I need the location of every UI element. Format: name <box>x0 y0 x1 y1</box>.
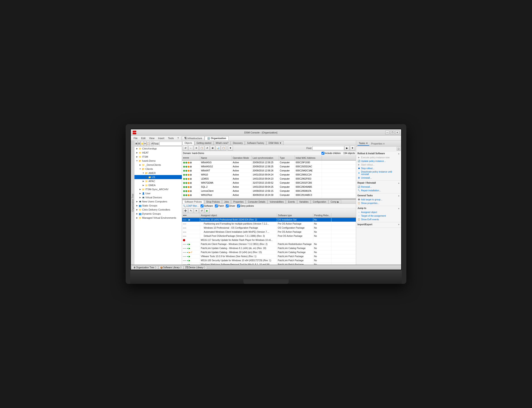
org-refresh-btn[interactable]: ↺ <box>151 141 153 146</box>
toggle-citrix-delivery[interactable]: ▶ <box>135 208 139 211</box>
sw-tab-variables[interactable]: Variables <box>297 200 311 204</box>
close-button[interactable]: ✕ <box>395 131 399 134</box>
table-row[interactable]: LEMSS Active 14/01/2016 09:04:23 Compute… <box>182 177 356 181</box>
action-repair[interactable]: 🔧 Repair installation... <box>358 189 400 192</box>
org-toolbar-btn2[interactable]: ☰ <box>138 141 140 146</box>
sw-tab-events[interactable]: Events <box>286 200 297 204</box>
toggle-dynamic-groups[interactable]: ▶ <box>135 212 139 215</box>
obj-find-input[interactable] <box>312 146 344 150</box>
action-target[interactable]: → Target of the assignment <box>358 214 400 218</box>
sw-lib-panel-expand[interactable]: ⬡ <box>180 266 182 268</box>
rollout-collapse[interactable]: ▲ <box>398 153 400 155</box>
sw-tab-shop[interactable]: Shop Policies <box>204 200 222 204</box>
table-row[interactable]: W8x64GG2 Active 20/09/2016 12:58:25 Comp… <box>182 165 356 169</box>
sw-tab-properties[interactable]: Properties <box>231 200 246 204</box>
action-reinstall[interactable]: 🔄 Reinstall... <box>358 185 400 189</box>
tree-item-democlients[interactable]: ▶ 📁 _DemoClients <box>134 163 182 167</box>
menu-tools[interactable]: Tools <box>166 136 176 140</box>
col-name[interactable]: Name <box>200 156 232 160</box>
toggle-heat[interactable]: ▶ <box>135 151 139 154</box>
tree-item-us[interactable]: ▶ 📁 US <box>134 175 182 179</box>
sw-tab-vulnerabilities[interactable]: Vulnerabilities <box>268 200 286 204</box>
sw-btn-add[interactable]: ➕ <box>183 208 188 213</box>
col-opmode[interactable]: Operation Mode <box>232 156 252 160</box>
tree-item-virtual[interactable]: ▶ 💻 Virtual Devices <box>134 196 182 199</box>
sw-table-row[interactable]: ●●●●▶↺ PatchLink Update Catalog - Window… <box>182 250 356 255</box>
obj-btn-filter[interactable]: ▼ <box>228 146 233 151</box>
sw-table-row[interactable]: ●●●●▶ PatchLink Client Package - Windows… <box>182 242 356 246</box>
sw-col-reboot[interactable]: Pending Rebo... <box>313 213 331 217</box>
sw-table-row[interactable]: ●●●●▶ PatchLink Update Catalog - Windows… <box>182 246 356 250</box>
tab-whats-new[interactable]: What's new? <box>214 141 231 145</box>
org-toolbar-btn5[interactable]: 📋 <box>147 141 150 146</box>
obj-btn-refresh[interactable]: ↺ <box>183 146 188 151</box>
sw-btn-edit[interactable]: ✎ <box>188 208 193 213</box>
obj-btn-refresh2[interactable]: ↺ <box>205 146 210 151</box>
device-lib-expand[interactable]: ⬡ <box>203 266 205 268</box>
table-row[interactable]: W8x64IT Active 20/09/2016 12:58:26 Compu… <box>182 169 356 173</box>
org-toolbar-btn1[interactable]: 🖥 <box>135 141 138 146</box>
sw-tab-jobs[interactable]: Jobs <box>222 200 231 204</box>
sw-table-row[interactable]: ●●● Partitioning and Formatting for mult… <box>182 222 356 226</box>
menu-edit[interactable]: Edit <box>140 136 147 140</box>
org-tree-panel-btn[interactable]: 🖥 Organization Tree ⬡ <box>132 266 158 269</box>
sw-table-row[interactable]: ●●● Automated Windows Client Installatio… <box>182 230 356 234</box>
ldap-filter-btn[interactable]: 🔍 LDAP filter... <box>183 205 199 207</box>
sw-tab-comp[interactable]: Comp ▶ <box>329 200 341 204</box>
sw-table-row[interactable]: ●●●●▶ MS16-100 Security Update for Windo… <box>182 258 356 263</box>
tree-item-new-users[interactable]: ▶ 💻 New Users Computers <box>134 199 182 204</box>
tree-item-citrix-delivery[interactable]: ▶ 📁 Citrix Delivery Controllers <box>134 208 182 212</box>
sw-library-panel-btn[interactable]: 📦 Software Library ⬡ <box>158 266 183 269</box>
sw-filter-driver[interactable]: Driver <box>226 204 235 207</box>
minimize-button[interactable]: — <box>385 131 389 134</box>
tab-discovery[interactable]: Discovery <box>231 141 245 145</box>
sw-btn-play[interactable]: ▶ <box>205 208 210 213</box>
tab-getting-started[interactable]: Getting started <box>194 141 213 145</box>
obj-btn-back[interactable]: ← <box>188 146 193 151</box>
sw-tab-computer-details[interactable]: Computer Details <box>246 200 267 204</box>
tree-item-emea[interactable]: ▶ 📁 EMEA <box>134 183 182 187</box>
table-row[interactable]: WIN10 Active 14/01/2016 09:04:24 Compute… <box>182 173 356 177</box>
toggle-itsm-sync[interactable]: ▶ <box>139 188 142 191</box>
sw-col-icons[interactable]: ●●● <box>182 213 200 217</box>
toggle-virtual[interactable]: ▶ <box>139 196 142 199</box>
table-row[interactable]: SQL-2 Active 14/01/2016 09:04:25 Compute… <box>182 185 356 189</box>
tab-infrastructure[interactable]: 🏗 Infrastructure <box>182 136 205 140</box>
sw-filter-patch[interactable]: Patch <box>215 204 224 207</box>
action-stop-rollout[interactable]: ⏹ Stop rollout... <box>358 166 400 170</box>
restore-button[interactable]: ❐ <box>390 131 394 134</box>
sw-tab-configuration[interactable]: Configuration <box>311 200 328 204</box>
obj-btn-delete[interactable]: ✕ <box>194 146 199 151</box>
tree-item-user[interactable]: ▶ 👤 User <box>134 191 182 196</box>
toggle-itsm[interactable]: ▶ <box>135 155 139 158</box>
general-tasks-collapse[interactable]: ▲ <box>398 195 400 197</box>
obj-find-dropdown[interactable]: ▼ <box>350 146 355 151</box>
device-lib-panel-btn[interactable]: 💾 Device Library ⬡ <box>184 266 207 269</box>
action-add-group[interactable]: ➕ Add target to group... <box>358 198 400 201</box>
toggle-clients[interactable]: ▼ <box>139 167 142 170</box>
sw-table-row[interactable]: ●●● ● ▶ Windows 10 (x64) Professional Bu… <box>182 218 356 222</box>
menu-file[interactable]: File <box>132 136 140 140</box>
org-toolbar-btn4[interactable]: ✂ <box>144 141 146 146</box>
table-row[interactable]: W8x64GG Active 20/09/2016 12:58:25 Compu… <box>182 161 356 165</box>
toggle-user[interactable]: ▶ <box>139 192 142 195</box>
tree-item-amer[interactable]: ▼ 📂 AMER <box>134 171 182 175</box>
obj-btn-6[interactable]: 📊 <box>216 146 220 151</box>
toggle-managed-virtual[interactable]: ▶ <box>135 216 139 219</box>
sw-filter-software[interactable]: Software <box>201 204 213 207</box>
org-find-input[interactable] <box>159 142 182 146</box>
import-export-collapse[interactable]: ▼ <box>398 223 400 226</box>
tab-dsm-web[interactable]: DSM Web ▼ <box>266 141 284 145</box>
tree-item-citrix[interactable]: ▶ 📁 CitrixXenApp <box>134 146 182 151</box>
toggle-new-users[interactable]: ▶ <box>135 200 139 203</box>
tree-item-dynamic-groups[interactable]: ▶ 👥 Dynamic Groups <box>134 212 182 216</box>
sw-table-row[interactable]: ●●●●▶ VMware Tools 10.0.9 for Windows (S… <box>182 255 356 258</box>
jump-to-collapse[interactable]: ▲ <box>398 207 400 209</box>
action-uninstall[interactable]: 🗑 Uninstall... <box>358 176 400 179</box>
table-row[interactable]: LemssClient Active 14/09/2016 13:56:15 C… <box>182 189 356 193</box>
action-show-props[interactable]: 📋 Show properties... <box>358 201 400 205</box>
tab-software-factory[interactable]: Software Factory <box>245 141 266 145</box>
col-mac[interactable]: Initial MAC Address <box>295 156 322 160</box>
obj-btn-5[interactable]: 🖥 <box>210 146 215 151</box>
include-children-checkbox[interactable] <box>322 152 324 155</box>
